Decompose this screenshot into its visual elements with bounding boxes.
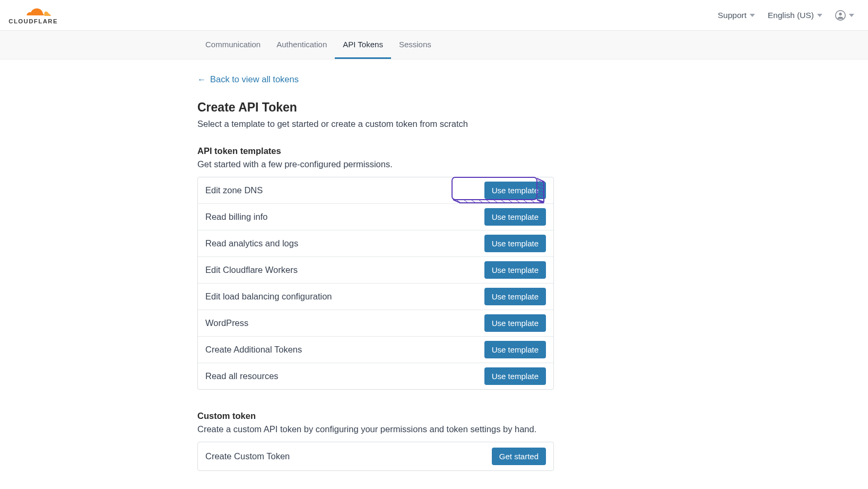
custom-heading: Custom token <box>197 411 671 421</box>
use-template-button[interactable]: Use template <box>484 208 546 226</box>
arrow-left-icon: ← <box>197 75 206 84</box>
svg-line-15 <box>494 200 497 202</box>
chevron-down-icon <box>750 14 755 17</box>
template-name: WordPress <box>205 318 248 328</box>
use-template-button[interactable]: Use template <box>484 235 546 252</box>
svg-line-16 <box>501 200 505 202</box>
template-name: Edit zone DNS <box>205 185 263 195</box>
template-row: Read all resourcesUse template <box>198 363 553 389</box>
tab-api-tokens[interactable]: API Tokens <box>335 31 391 59</box>
chevron-down-icon <box>817 14 822 17</box>
templates-desc: Get started with a few pre-configured pe… <box>197 159 671 169</box>
template-name: Edit Cloudflare Workers <box>205 265 298 275</box>
templates-heading: API token templates <box>197 146 671 156</box>
svg-line-11 <box>464 200 467 202</box>
template-row: Read analytics and logsUse template <box>198 230 553 257</box>
tab-communication[interactable]: Communication <box>197 31 268 59</box>
header-right: Support English (US) <box>718 10 860 21</box>
back-link[interactable]: ← Back to view all tokens <box>197 74 299 84</box>
template-list: Edit zone DNSUse template <box>197 177 554 390</box>
custom-token-label: Create Custom Token <box>205 451 290 461</box>
cloudflare-logo-icon: CLOUDFLARE <box>8 5 64 25</box>
get-started-button[interactable]: Get started <box>492 448 546 465</box>
template-row: Edit zone DNSUse template <box>198 177 553 204</box>
chevron-down-icon <box>849 14 854 17</box>
svg-text:CLOUDFLARE: CLOUDFLARE <box>8 18 58 24</box>
svg-line-18 <box>516 200 519 202</box>
use-template-button[interactable]: Use template <box>484 314 546 332</box>
tab-bar: CommunicationAuthenticationAPI TokensSes… <box>0 31 868 59</box>
use-template-button[interactable]: Use template <box>484 288 546 305</box>
page-subtitle: Select a template to get started or crea… <box>197 119 671 129</box>
svg-line-19 <box>524 200 527 202</box>
template-row: WordPressUse template <box>198 310 553 337</box>
main-content: ← Back to view all tokens Create API Tok… <box>179 59 689 489</box>
template-row: Read billing infoUse template <box>198 204 553 230</box>
support-label: Support <box>718 11 747 20</box>
custom-token-row: Create Custom Token Get started <box>197 442 554 471</box>
custom-desc: Create a custom API token by configuring… <box>197 424 671 434</box>
template-name: Read analytics and logs <box>205 238 298 248</box>
svg-line-21 <box>537 200 541 202</box>
user-icon <box>835 10 846 21</box>
user-menu[interactable] <box>835 10 854 21</box>
top-header: CLOUDFLARE Support English (US) <box>0 0 868 31</box>
template-name: Edit load balancing configuration <box>205 291 332 302</box>
use-template-button[interactable]: Use template <box>484 261 546 279</box>
use-template-button[interactable]: Use template <box>484 341 546 358</box>
svg-line-10 <box>457 200 460 202</box>
back-link-label: Back to view all tokens <box>210 74 299 84</box>
svg-line-13 <box>479 200 482 202</box>
use-template-button[interactable]: Use template <box>484 182 546 199</box>
svg-point-2 <box>839 12 841 15</box>
template-name: Read billing info <box>205 212 267 222</box>
use-template-button[interactable]: Use template <box>484 367 546 385</box>
svg-line-20 <box>531 200 534 202</box>
template-name: Create Additional Tokens <box>205 345 302 355</box>
language-label: English (US) <box>768 11 814 20</box>
template-row: Edit Cloudflare WorkersUse template <box>198 257 553 284</box>
language-dropdown[interactable]: English (US) <box>768 11 822 20</box>
cloudflare-logo[interactable]: CLOUDFLARE <box>8 5 64 25</box>
template-row: Create Additional TokensUse template <box>198 337 553 363</box>
svg-line-17 <box>509 200 512 202</box>
template-row: Edit load balancing configurationUse tem… <box>198 284 553 310</box>
svg-line-12 <box>472 200 475 202</box>
tab-sessions[interactable]: Sessions <box>391 31 439 59</box>
page-title: Create API Token <box>197 100 671 115</box>
custom-token-section: Custom token Create a custom API token b… <box>197 411 671 471</box>
templates-section: API token templates Get started with a f… <box>197 146 671 390</box>
template-name: Read all resources <box>205 371 279 381</box>
support-dropdown[interactable]: Support <box>718 11 755 20</box>
svg-line-14 <box>487 200 490 202</box>
tab-authentication[interactable]: Authentication <box>268 31 335 59</box>
